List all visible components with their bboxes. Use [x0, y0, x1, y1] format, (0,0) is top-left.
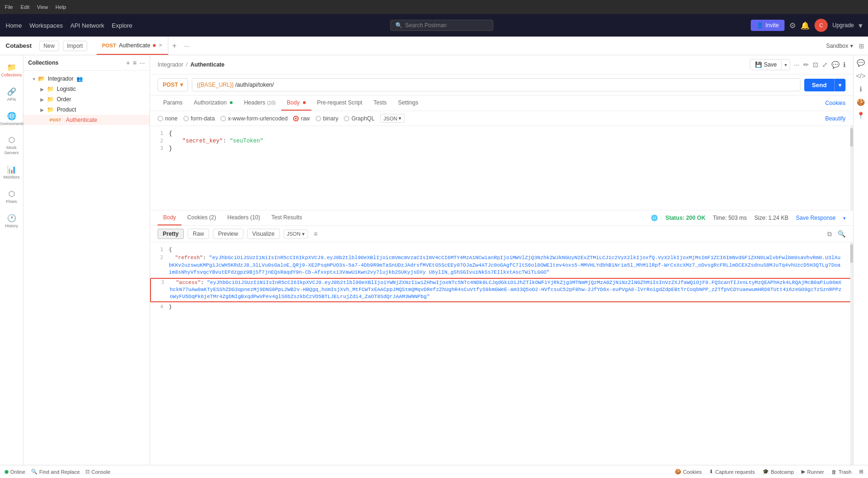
body-graphql-option[interactable]: GraphQL [344, 115, 374, 122]
sidebar-item-apis[interactable]: 🔗 APIs [1, 83, 22, 106]
body-urlencoded-option[interactable]: x-www-form-urlencoded [220, 115, 287, 122]
info-icon[interactable]: ℹ [843, 61, 845, 68]
location-right-icon[interactable]: 📍 [857, 112, 865, 119]
sidebar-item-history[interactable]: 🕐 History [1, 210, 22, 232]
menu-file[interactable]: File [5, 4, 13, 10]
search-bar[interactable]: 🔍 Search Postman [390, 20, 493, 31]
tab-add-button[interactable]: + [168, 42, 180, 50]
body-raw-option[interactable]: raw [293, 115, 309, 122]
url-input[interactable]: {{BASE_URL}} /auth/api/token/ [192, 78, 801, 91]
api-network-nav[interactable]: API Network [70, 22, 104, 29]
layout-icon[interactable]: ⊞ [859, 42, 864, 50]
expand-icon[interactable]: ⤢ [822, 61, 828, 68]
menu-help[interactable]: Help [55, 4, 66, 10]
sidebar-item-collections[interactable]: 📁 Collections [1, 59, 22, 82]
workspaces-nav[interactable]: Workspaces [30, 22, 63, 29]
sidebar-item-environments[interactable]: 🌐 Environments [1, 108, 22, 130]
beautify-button[interactable]: Beautify [825, 115, 845, 122]
comment-icon[interactable]: 💬 [831, 61, 839, 68]
body-none-option[interactable]: none [158, 115, 178, 122]
pretty-button[interactable]: Pretty [158, 229, 184, 239]
sandbox-selector[interactable]: Sandbox ▾ [821, 43, 859, 49]
tree-authenticate[interactable]: POST Authenticate [23, 115, 150, 125]
scrollbar[interactable] [850, 242, 853, 465]
find-replace-item[interactable]: 🔍 Find and Replace [31, 469, 80, 475]
runner-item[interactable]: ▶ Runner [801, 469, 824, 475]
tab-more-button[interactable]: ··· [181, 42, 194, 50]
sidebar-item-flows[interactable]: ⬡ Flows [1, 186, 22, 208]
tree-product[interactable]: ▶ 📁 Product [23, 105, 150, 115]
comment-right-icon[interactable]: 💬 [857, 59, 865, 67]
menu-view[interactable]: View [37, 4, 48, 10]
visualize-button[interactable]: Visualize [247, 229, 280, 239]
copy-icon[interactable]: ⧉ [827, 230, 832, 238]
lines-icon[interactable]: ≡ [314, 230, 317, 238]
tab-close-icon[interactable]: ✕ [159, 43, 162, 48]
code-right-icon[interactable]: </> [856, 72, 865, 80]
raw-button[interactable]: Raw [188, 229, 209, 239]
edit-icon[interactable]: ✏ [803, 61, 809, 68]
tab-authorization[interactable]: Authorization [188, 96, 238, 111]
request-body-editor[interactable]: 1 { 2 "secret_key": "seuToken" 3 } [150, 126, 853, 210]
body-form-data-option[interactable]: form-data [183, 115, 215, 122]
resp-tab-cookies[interactable]: Cookies (2) [181, 210, 221, 225]
console-item[interactable]: ⊡ Console [85, 469, 110, 475]
upgrade-button[interactable]: Upgrade [832, 22, 854, 29]
avatar[interactable]: C [815, 19, 828, 32]
resp-tab-headers[interactable]: Headers (10) [222, 210, 266, 225]
explore-nav[interactable]: Explore [112, 22, 132, 29]
resp-json-selector[interactable]: JSON ▾ [284, 230, 308, 239]
save-resp-chevron-icon[interactable]: ▾ [843, 216, 845, 221]
bootcamp-item[interactable]: 🎓 Bootcamp [762, 469, 794, 475]
menu-edit[interactable]: Edit [21, 4, 30, 10]
info-right-icon[interactable]: ℹ [860, 85, 862, 93]
tab-settings[interactable]: Settings [392, 96, 424, 111]
breadcrumb-parent[interactable]: Integrador [158, 61, 183, 68]
invite-button[interactable]: 👤 Invite [751, 20, 785, 31]
save-dropdown-button[interactable]: ▾ [781, 60, 790, 69]
tab-body[interactable]: Body [281, 96, 311, 111]
save-button[interactable]: 💾 Save [750, 60, 781, 70]
json-format-selector[interactable]: JSON ▾ [380, 114, 405, 123]
more-options-button[interactable]: ··· [139, 59, 145, 67]
tree-integrador[interactable]: ▾ 📂 Integrador 👥 [23, 74, 150, 84]
capture-requests-item[interactable]: ⬇ Capture requests [709, 469, 755, 475]
online-status[interactable]: Online [5, 469, 25, 475]
cookies-link[interactable]: Cookies [825, 100, 845, 106]
preview-button[interactable]: Preview [213, 229, 243, 239]
body-binary-option[interactable]: binary [316, 115, 339, 122]
home-button[interactable]: Home [6, 22, 22, 29]
grid-item[interactable]: ⊞ [859, 469, 863, 475]
response-time: Time: 503 ms [713, 215, 747, 221]
view-icon[interactable]: ⊡ [813, 61, 818, 68]
settings-icon[interactable]: ⚙ [789, 21, 796, 30]
sidebar-item-mock-servers[interactable]: ⬡ Mock Servers [1, 132, 22, 159]
tree-order[interactable]: ▶ 📁 Order [23, 94, 150, 105]
tab-headers[interactable]: Headers (10) [238, 96, 281, 111]
new-button[interactable]: New [39, 41, 59, 51]
sidebar-item-monitors[interactable]: 📊 Monitors [1, 161, 22, 184]
method-selector[interactable]: POST ▾ [158, 78, 188, 91]
bell-icon[interactable]: 🔔 [800, 21, 810, 30]
trash-item[interactable]: 🗑 Trash [831, 469, 852, 475]
cookies-item[interactable]: 🍪 Cookies [675, 469, 702, 475]
response-body[interactable]: 1 { 2 "refresh": "eyJhbGciOiJSUzI1NiIsIn… [150, 242, 853, 465]
import-button[interactable]: Import [63, 41, 87, 51]
resp-tab-body[interactable]: Body [158, 210, 181, 225]
search-resp-icon[interactable]: 🔍 [838, 230, 845, 238]
tab-pre-request[interactable]: Pre-request Script [311, 96, 368, 111]
filter-button[interactable]: ≡ [133, 59, 136, 67]
authenticate-tab[interactable]: POST Authenticate ✕ [97, 37, 169, 55]
more-options-icon[interactable]: ··· [794, 61, 800, 68]
cookie-right-icon[interactable]: 🍪 [857, 98, 865, 106]
save-response-button[interactable]: Save Response [796, 215, 836, 221]
chevron-down-icon[interactable]: ▾ [859, 21, 862, 30]
scrollbar[interactable] [850, 126, 853, 210]
add-collection-button[interactable]: + [126, 59, 130, 67]
tree-logistic[interactable]: ▶ 📁 Logistic [23, 84, 150, 94]
tab-tests[interactable]: Tests [368, 96, 392, 111]
send-button[interactable]: Send [804, 79, 834, 91]
resp-tab-test-results[interactable]: Test Results [266, 210, 308, 225]
send-dropdown-button[interactable]: ▾ [834, 79, 845, 91]
tab-params[interactable]: Params [158, 96, 188, 111]
